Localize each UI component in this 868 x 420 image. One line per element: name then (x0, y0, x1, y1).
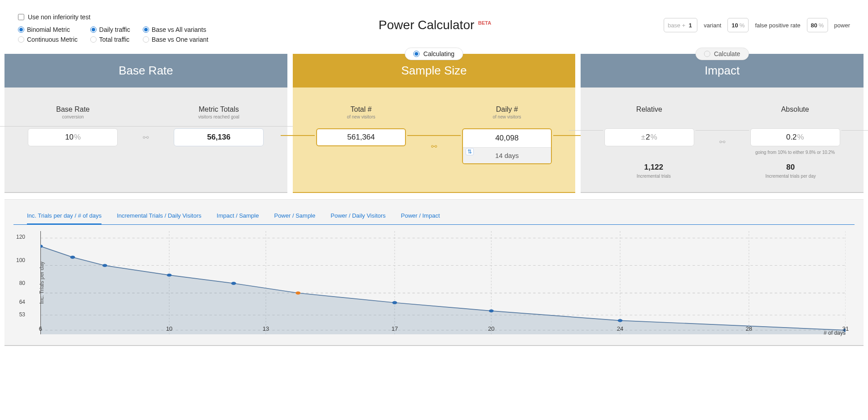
relative-impact-value: 2 (646, 133, 650, 142)
total-visitors-value: 561,364 (347, 133, 375, 142)
base-rate-heading: Base Rate (4, 54, 287, 88)
base-rate-label: Base Rate (9, 105, 137, 114)
metric-totals-input[interactable]: 56,136 (174, 128, 264, 146)
incremental-trials-label: Incremental trials (585, 174, 722, 179)
radio-base-vs-one[interactable]: Base vs One variant (143, 36, 208, 43)
variant-label: variant (704, 22, 721, 29)
base-rate-value: 10 (65, 133, 74, 142)
relative-impact-label: Relative (585, 105, 713, 114)
calculate-pill-label: Calculate (714, 50, 740, 57)
chart-y-tick: 53 (19, 311, 25, 318)
radio-dot-icon (18, 36, 24, 43)
power-label: power (834, 22, 850, 29)
chart-x-tick: 28 (746, 325, 752, 332)
variant-prefix: base + (668, 22, 685, 29)
chart-x-axis-label: # of days (824, 330, 846, 336)
non-inferiority-checkbox[interactable]: Use non inferiority test (18, 13, 211, 21)
link-icon: ⚯ (137, 105, 155, 146)
swap-icon[interactable]: ⇅ (466, 148, 474, 155)
svg-point-19 (295, 292, 300, 295)
non-inferiority-checkbox-input[interactable] (18, 14, 24, 20)
absolute-impact-input[interactable]: 0.2% (750, 128, 840, 146)
chart-tab[interactable]: Power / Impact (401, 208, 440, 225)
power-value: 80 (811, 22, 817, 29)
radio-dot-icon (143, 26, 149, 33)
absolute-impact-value: 0.2 (786, 133, 797, 142)
chart-x-tick: 10 (166, 325, 172, 332)
chart-x-tick: 6 (39, 325, 42, 332)
chart-tab[interactable]: Impact / Sample (217, 208, 259, 225)
sample-size-column: Calculating Sample Size Total # of new v… (293, 54, 576, 193)
metric-totals-label: Metric Totals (155, 105, 283, 114)
variant-value: 1 (687, 22, 693, 29)
chart-tab[interactable]: Power / Sample (274, 208, 315, 225)
chart-x-tick: 24 (617, 325, 623, 332)
impact-column: Calculate Impact Relative ±2% ⚯ Absolute… (581, 54, 864, 193)
base-rate-input[interactable]: 10% (28, 128, 118, 146)
radio-daily-traffic[interactable]: Daily traffic (90, 26, 130, 33)
radio-label: Continuous Metric (27, 36, 78, 43)
radio-dot-icon (414, 51, 420, 57)
chart-tab[interactable]: Incremental Trials / Daily Visitors (117, 208, 201, 225)
percent-icon: % (819, 22, 824, 29)
chart-tabs: Inc. Trials per day / # of daysIncrement… (13, 205, 855, 225)
svg-point-17 (167, 274, 172, 277)
chart-panel: Inc. Trials per day / # of daysIncrement… (4, 199, 864, 346)
chart-tab[interactable]: Inc. Trials per day / # of days (27, 208, 101, 225)
radio-label: Daily traffic (99, 26, 130, 33)
non-inferiority-checkbox-label: Use non inferiority test (28, 13, 90, 21)
incremental-trials-per-day-value: 80 (722, 163, 859, 172)
chart-y-tick: 64 (19, 299, 25, 305)
radio-total-traffic[interactable]: Total traffic (90, 36, 130, 43)
metric-totals-value: 56,136 (207, 133, 230, 142)
power-input[interactable]: 80% (807, 18, 828, 32)
chart-y-axis-label: Inc. Trials per day (39, 262, 45, 304)
daily-visitors-label: Daily # (443, 105, 571, 114)
radio-dot-icon (143, 36, 149, 43)
page-title: Power Calculator (379, 18, 474, 32)
chart-plot: Inc. Trials per day 120100806453 6101317… (40, 231, 846, 334)
radio-dot-icon (18, 26, 24, 33)
daily-visitors-sub: of new visitors (443, 114, 571, 119)
percent-icon: % (740, 22, 745, 29)
variant-input[interactable]: base + 1 (664, 18, 697, 32)
beta-badge: BETA (478, 20, 491, 26)
relative-impact-input[interactable]: ±2% (604, 128, 694, 146)
metric-totals-sub: visitors reached goal (155, 114, 283, 119)
chart-svg[interactable] (40, 231, 846, 334)
calculate-pill[interactable]: Calculate (696, 48, 749, 60)
fpr-label: false positive rate (755, 22, 800, 29)
daily-visitors-input[interactable]: 40,098 ⇅ 14 days (462, 128, 552, 164)
fpr-value: 10 (731, 22, 738, 29)
plus-minus-icon: ± (641, 133, 645, 142)
radio-base-vs-all[interactable]: Base vs All variants (143, 26, 208, 33)
incremental-trials-per-day-label: Incremental trials per day (722, 174, 859, 179)
percent-icon: % (74, 133, 81, 142)
link-icon: ⚯ (713, 105, 731, 155)
radio-binomial-metric[interactable]: Binomial Metric (18, 26, 78, 33)
total-visitors-input[interactable]: 561,364 (316, 128, 406, 146)
chart-y-tick: 80 (19, 280, 25, 286)
link-icon: ⚯ (425, 105, 443, 164)
svg-point-21 (489, 309, 494, 312)
calculating-pill[interactable]: Calculating (405, 48, 463, 60)
radio-dot-icon (90, 26, 97, 33)
chart-y-tick: 120 (16, 234, 25, 240)
svg-point-16 (102, 264, 107, 267)
radio-label: Binomial Metric (27, 26, 70, 33)
chart-tab[interactable]: Power / Daily Visitors (330, 208, 386, 225)
calculating-pill-label: Calculating (423, 50, 454, 57)
chart-x-tick: 20 (488, 325, 494, 332)
radio-dot-icon (90, 36, 97, 43)
base-rate-column: Base Rate Base Rate conversion 10% ⚯ Met… (4, 54, 287, 193)
fpr-input[interactable]: 10% (727, 18, 749, 32)
radio-dot-icon (704, 51, 710, 57)
total-visitors-sub: of new visitors (297, 114, 425, 119)
chart-x-tick: 13 (263, 325, 269, 332)
svg-point-18 (231, 282, 236, 285)
svg-point-20 (392, 301, 397, 304)
percent-icon: % (651, 133, 657, 142)
daily-visitors-days: 14 days (495, 152, 519, 159)
radio-label: Base vs One variant (152, 36, 208, 43)
radio-continuous-metric[interactable]: Continuous Metric (18, 36, 78, 43)
